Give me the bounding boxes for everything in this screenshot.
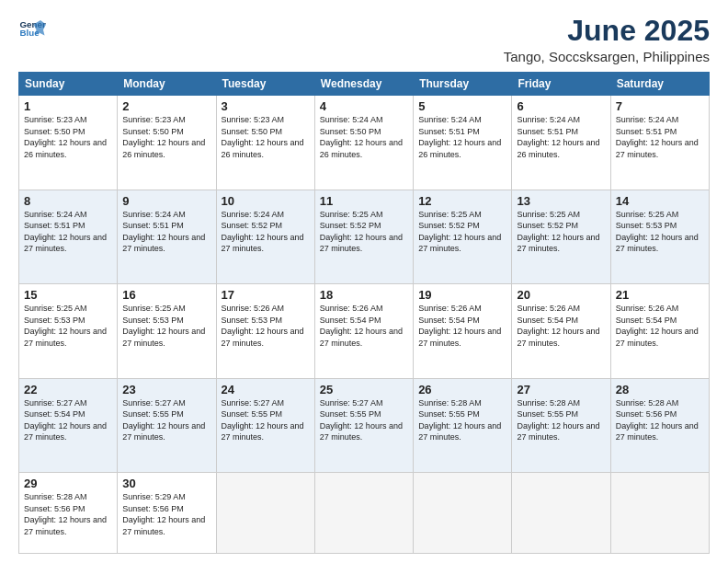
day-number: 3 — [222, 99, 310, 113]
header-tuesday: Tuesday — [216, 73, 314, 96]
day-number: 27 — [517, 383, 605, 396]
logo: General Blue — [18, 15, 48, 42]
day-info: Sunrise: 5:25 AMSunset: 5:53 PMDaylight:… — [24, 304, 107, 348]
day-number: 18 — [320, 288, 408, 302]
day-number: 28 — [616, 383, 704, 396]
calendar-cell: 18 Sunrise: 5:26 AMSunset: 5:54 PMDaylig… — [314, 284, 413, 379]
calendar-cell: 12 Sunrise: 5:25 AMSunset: 5:52 PMDaylig… — [414, 190, 512, 284]
calendar-cell: 5 Sunrise: 5:24 AMSunset: 5:51 PMDayligh… — [414, 96, 512, 190]
calendar-week-row: 29 Sunrise: 5:28 AMSunset: 5:56 PMDaylig… — [19, 473, 710, 554]
day-info: Sunrise: 5:26 AMSunset: 5:53 PMDaylight:… — [222, 304, 304, 348]
day-number: 5 — [418, 99, 506, 113]
day-number: 14 — [616, 194, 704, 208]
day-number: 30 — [122, 477, 210, 490]
calendar-cell: 11 Sunrise: 5:25 AMSunset: 5:52 PMDaylig… — [314, 190, 413, 284]
day-info: Sunrise: 5:28 AMSunset: 5:55 PMDaylight:… — [517, 398, 599, 442]
day-info: Sunrise: 5:23 AMSunset: 5:50 PMDaylight:… — [24, 115, 107, 159]
day-number: 11 — [320, 194, 408, 208]
logo-icon: General Blue — [18, 15, 46, 42]
day-number: 17 — [222, 288, 310, 302]
calendar-cell: 10 Sunrise: 5:24 AMSunset: 5:52 PMDaylig… — [216, 190, 314, 284]
calendar-cell: 15 Sunrise: 5:25 AMSunset: 5:53 PMDaylig… — [19, 284, 118, 379]
calendar-week-row: 8 Sunrise: 5:24 AMSunset: 5:51 PMDayligh… — [19, 190, 710, 284]
calendar-cell: 1 Sunrise: 5:23 AMSunset: 5:50 PMDayligh… — [19, 96, 118, 190]
day-number: 12 — [418, 194, 506, 208]
calendar-cell — [512, 473, 610, 554]
page: General Blue June 2025 Tango, Soccsksarg… — [0, 0, 728, 563]
calendar-cell: 23 Sunrise: 5:27 AMSunset: 5:55 PMDaylig… — [118, 378, 216, 473]
day-info: Sunrise: 5:23 AMSunset: 5:50 PMDaylight:… — [122, 115, 205, 159]
calendar-cell: 2 Sunrise: 5:23 AMSunset: 5:50 PMDayligh… — [118, 96, 216, 190]
day-number: 16 — [122, 288, 210, 302]
day-info: Sunrise: 5:28 AMSunset: 5:56 PMDaylight:… — [616, 398, 699, 442]
day-number: 8 — [24, 194, 112, 208]
calendar-cell: 17 Sunrise: 5:26 AMSunset: 5:53 PMDaylig… — [216, 284, 314, 379]
calendar-cell — [216, 473, 314, 554]
calendar-table: Sunday Monday Tuesday Wednesday Thursday… — [18, 72, 710, 554]
header-friday: Friday — [512, 73, 610, 96]
day-number: 19 — [418, 288, 506, 302]
calendar-cell: 16 Sunrise: 5:25 AMSunset: 5:53 PMDaylig… — [118, 284, 216, 379]
day-info: Sunrise: 5:27 AMSunset: 5:55 PMDaylight:… — [320, 398, 403, 442]
calendar-cell: 30 Sunrise: 5:29 AMSunset: 5:56 PMDaylig… — [118, 473, 216, 554]
subtitle: Tango, Soccsksargen, Philippines — [504, 49, 710, 64]
day-number: 21 — [616, 288, 704, 302]
calendar-cell: 20 Sunrise: 5:26 AMSunset: 5:54 PMDaylig… — [512, 284, 610, 379]
day-info: Sunrise: 5:25 AMSunset: 5:52 PMDaylight:… — [517, 210, 599, 254]
day-info: Sunrise: 5:25 AMSunset: 5:52 PMDaylight:… — [320, 210, 403, 254]
day-info: Sunrise: 5:26 AMSunset: 5:54 PMDaylight:… — [616, 304, 699, 348]
day-info: Sunrise: 5:24 AMSunset: 5:51 PMDaylight:… — [24, 210, 107, 254]
header-sunday: Sunday — [19, 73, 118, 96]
day-info: Sunrise: 5:24 AMSunset: 5:51 PMDaylight:… — [418, 115, 501, 159]
day-number: 9 — [122, 194, 210, 208]
day-info: Sunrise: 5:26 AMSunset: 5:54 PMDaylight:… — [418, 304, 501, 348]
day-info: Sunrise: 5:27 AMSunset: 5:55 PMDaylight:… — [122, 398, 205, 442]
day-info: Sunrise: 5:27 AMSunset: 5:54 PMDaylight:… — [24, 398, 107, 442]
day-number: 15 — [24, 288, 112, 302]
day-info: Sunrise: 5:28 AMSunset: 5:55 PMDaylight:… — [418, 398, 501, 442]
calendar-cell: 6 Sunrise: 5:24 AMSunset: 5:51 PMDayligh… — [512, 96, 610, 190]
day-number: 22 — [24, 383, 112, 396]
main-title: June 2025 — [504, 15, 710, 47]
day-info: Sunrise: 5:26 AMSunset: 5:54 PMDaylight:… — [517, 304, 599, 348]
header: General Blue June 2025 Tango, Soccsksarg… — [18, 15, 710, 64]
day-info: Sunrise: 5:24 AMSunset: 5:52 PMDaylight:… — [222, 210, 304, 254]
day-number: 26 — [418, 383, 506, 396]
calendar-cell: 29 Sunrise: 5:28 AMSunset: 5:56 PMDaylig… — [19, 473, 118, 554]
header-saturday: Saturday — [610, 73, 709, 96]
calendar-cell — [314, 473, 413, 554]
day-info: Sunrise: 5:23 AMSunset: 5:50 PMDaylight:… — [222, 115, 304, 159]
calendar-cell: 9 Sunrise: 5:24 AMSunset: 5:51 PMDayligh… — [118, 190, 216, 284]
day-info: Sunrise: 5:26 AMSunset: 5:54 PMDaylight:… — [320, 304, 403, 348]
calendar-week-row: 15 Sunrise: 5:25 AMSunset: 5:53 PMDaylig… — [19, 284, 710, 379]
day-number: 20 — [517, 288, 605, 302]
day-info: Sunrise: 5:28 AMSunset: 5:56 PMDaylight:… — [24, 492, 107, 536]
day-info: Sunrise: 5:24 AMSunset: 5:51 PMDaylight:… — [616, 115, 699, 159]
title-block: June 2025 Tango, Soccsksargen, Philippin… — [504, 15, 710, 64]
header-wednesday: Wednesday — [314, 73, 413, 96]
day-number: 7 — [616, 99, 704, 113]
calendar-cell: 7 Sunrise: 5:24 AMSunset: 5:51 PMDayligh… — [610, 96, 709, 190]
calendar-cell: 14 Sunrise: 5:25 AMSunset: 5:53 PMDaylig… — [610, 190, 709, 284]
calendar-cell: 25 Sunrise: 5:27 AMSunset: 5:55 PMDaylig… — [314, 378, 413, 473]
day-info: Sunrise: 5:25 AMSunset: 5:53 PMDaylight:… — [122, 304, 205, 348]
calendar-cell: 13 Sunrise: 5:25 AMSunset: 5:52 PMDaylig… — [512, 190, 610, 284]
calendar-cell: 19 Sunrise: 5:26 AMSunset: 5:54 PMDaylig… — [414, 284, 512, 379]
calendar-week-row: 1 Sunrise: 5:23 AMSunset: 5:50 PMDayligh… — [19, 96, 710, 190]
calendar-cell: 21 Sunrise: 5:26 AMSunset: 5:54 PMDaylig… — [610, 284, 709, 379]
day-number: 23 — [122, 383, 210, 396]
weekday-header-row: Sunday Monday Tuesday Wednesday Thursday… — [19, 73, 710, 96]
calendar-week-row: 22 Sunrise: 5:27 AMSunset: 5:54 PMDaylig… — [19, 378, 710, 473]
calendar-cell: 3 Sunrise: 5:23 AMSunset: 5:50 PMDayligh… — [216, 96, 314, 190]
day-number: 6 — [517, 99, 605, 113]
day-number: 25 — [320, 383, 408, 396]
calendar-cell — [610, 473, 709, 554]
day-number: 4 — [320, 99, 408, 113]
day-number: 13 — [517, 194, 605, 208]
calendar-cell: 22 Sunrise: 5:27 AMSunset: 5:54 PMDaylig… — [19, 378, 118, 473]
calendar-cell: 26 Sunrise: 5:28 AMSunset: 5:55 PMDaylig… — [414, 378, 512, 473]
calendar-cell: 8 Sunrise: 5:24 AMSunset: 5:51 PMDayligh… — [19, 190, 118, 284]
day-number: 2 — [122, 99, 210, 113]
calendar-cell: 4 Sunrise: 5:24 AMSunset: 5:50 PMDayligh… — [314, 96, 413, 190]
day-info: Sunrise: 5:25 AMSunset: 5:52 PMDaylight:… — [418, 210, 501, 254]
